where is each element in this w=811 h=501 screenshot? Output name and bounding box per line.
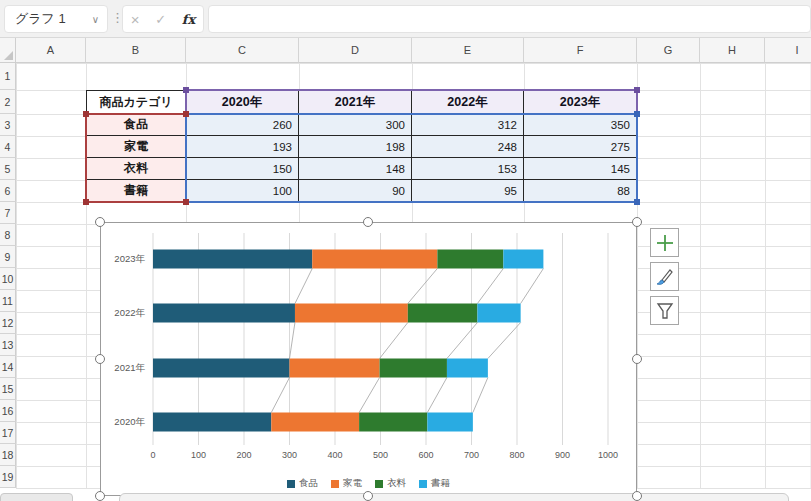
table-value-r2c1[interactable]: 193 [186,136,299,158]
legend-swatch-icon [287,480,295,488]
table-value-r1c2[interactable]: 300 [299,114,412,136]
brush-icon [655,267,675,287]
chart-resize-handle[interactable] [95,217,105,227]
legend-item[interactable]: 書籍 [419,477,450,490]
table-value-r1c1[interactable]: 260 [186,114,299,136]
svg-text:800: 800 [509,450,524,460]
svg-text:100: 100 [191,450,206,460]
data-table: 商品カテゴリ2020年2021年2022年2023年食品260300312350… [86,90,637,202]
chart-resize-handle[interactable] [632,217,642,227]
svg-text:500: 500 [373,450,388,460]
year-header-2[interactable]: 2021年 [299,90,412,114]
stacked-bar-chart[interactable]: 010020030040050060070080090010002023年202… [100,222,637,496]
table-value-r3c2[interactable]: 148 [299,158,412,180]
table-value-r3c3[interactable]: 153 [412,158,524,180]
row-label-1[interactable]: 食品 [86,114,186,136]
svg-text:2021年: 2021年 [114,362,145,373]
table-corner-header[interactable]: 商品カテゴリ [86,90,186,114]
legend-swatch-icon [375,480,383,488]
chart-elements-button[interactable] [650,228,679,257]
year-header-3[interactable]: 2022年 [412,90,524,114]
row-label-3[interactable]: 衣料 [86,158,186,180]
svg-text:700: 700 [464,450,479,460]
svg-text:300: 300 [282,450,297,460]
chart-styles-button[interactable] [650,262,679,291]
table-value-r3c1[interactable]: 150 [186,158,299,180]
svg-text:2022年: 2022年 [114,307,145,318]
chart-resize-handle[interactable] [632,491,642,501]
sheet-nav-stub[interactable] [0,493,73,501]
table-value-r4c3[interactable]: 95 [412,180,524,202]
plus-icon [656,234,674,252]
legend-swatch-icon [419,480,427,488]
table-value-r1c4[interactable]: 350 [524,114,637,136]
svg-text:1000: 1000 [598,450,618,460]
legend-item[interactable]: 食品 [287,477,318,490]
legend-label: 衣料 [387,477,406,490]
chart-filters-button[interactable] [650,296,679,325]
svg-text:2023年: 2023年 [114,253,145,264]
legend-label: 書籍 [431,477,450,490]
legend-swatch-icon [331,480,339,488]
funnel-icon [655,301,675,321]
table-value-r3c4[interactable]: 145 [524,158,637,180]
chart-resize-handle[interactable] [363,217,373,227]
table-value-r2c4[interactable]: 275 [524,136,637,158]
table-value-r1c3[interactable]: 312 [412,114,524,136]
table-value-r4c4[interactable]: 88 [524,180,637,202]
chart-legend[interactable]: 食品家電衣料書籍 [101,477,636,490]
chart-resize-handle[interactable] [95,491,105,501]
table-value-r4c1[interactable]: 100 [186,180,299,202]
legend-label: 食品 [299,477,318,490]
svg-text:2020年: 2020年 [114,416,145,427]
legend-item[interactable]: 家電 [331,477,362,490]
year-header-4[interactable]: 2023年 [524,90,637,114]
row-label-4[interactable]: 書籍 [86,180,186,202]
svg-text:600: 600 [418,450,433,460]
horizontal-scrollbar[interactable] [119,493,789,501]
legend-label: 家電 [343,477,362,490]
svg-text:400: 400 [327,450,342,460]
year-header-1[interactable]: 2020年 [186,90,299,114]
chart-resize-handle[interactable] [95,354,105,364]
table-value-r2c3[interactable]: 248 [412,136,524,158]
chart-plot-area: 010020030040050060070080090010002023年202… [101,223,636,495]
row-label-2[interactable]: 家電 [86,136,186,158]
table-value-r4c2[interactable]: 90 [299,180,412,202]
svg-text:0: 0 [150,450,155,460]
excel-window: { "toolbar": { "name_box_value": "グラフ 1"… [0,0,811,501]
svg-text:900: 900 [555,450,570,460]
chart-resize-handle[interactable] [363,491,373,501]
table-value-r2c2[interactable]: 198 [299,136,412,158]
svg-text:200: 200 [236,450,251,460]
chart-resize-handle[interactable] [632,354,642,364]
legend-item[interactable]: 衣料 [375,477,406,490]
